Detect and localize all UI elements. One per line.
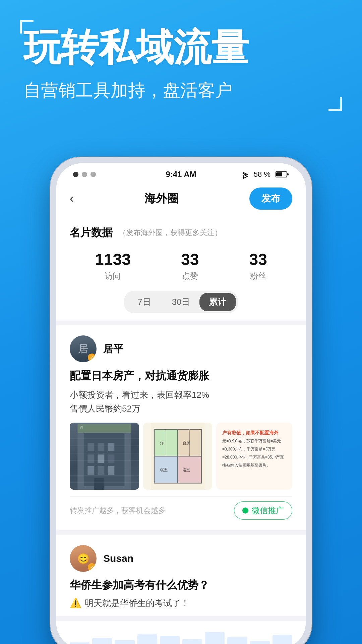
likes-label: 点赞 [181, 271, 199, 281]
stat-fans: 33 粉丝 [249, 250, 267, 281]
svg-rect-8 [87, 454, 94, 463]
bar-7 [205, 632, 225, 644]
bar-5 [160, 636, 180, 644]
visits-label: 访问 [95, 271, 131, 281]
sub-title: 自营销工具加持，盘活客户 [23, 78, 339, 103]
stat-visits: 1133 访问 [95, 250, 131, 281]
bar-4 [137, 634, 157, 644]
visits-number: 1133 [95, 250, 131, 269]
tab-30days[interactable]: 30日 [163, 293, 199, 311]
bluetooth-icon [242, 170, 249, 179]
stats-numbers: 1133 访问 33 点赞 33 粉丝 [70, 250, 292, 281]
stats-hint: （发布海外圈，获得更多关注） [119, 228, 222, 238]
status-dot-3 [90, 172, 96, 177]
svg-rect-12 [98, 466, 104, 475]
svg-rect-3 [77, 423, 131, 490]
svg-rect-14 [94, 478, 104, 490]
stats-card: 名片数据 （发布海外圈，获得更多关注） 1133 访问 33 点赞 [56, 215, 306, 320]
phone-frame: 9:41 AM 58 % ‹ 海 [50, 157, 312, 644]
warning-icon: ⚠️ [70, 597, 81, 608]
author1-name: 居平 [103, 342, 123, 356]
post2-desc-text: 明天就是华侨生的考试了！ [85, 597, 189, 609]
fans-number: 33 [249, 250, 267, 269]
bar-2 [92, 638, 112, 644]
svg-rect-11 [87, 466, 94, 475]
post1-img-text: 户有彩值，如果不配置海外 元=0.9户布，苏联千万富翁=美元=3,300户布，千… [216, 423, 292, 490]
publish-button[interactable]: 发布 [249, 187, 292, 210]
author2-name: Susan [103, 553, 133, 564]
post1-img-building: 自 [70, 423, 139, 490]
tab-cumulative[interactable]: 累计 [199, 293, 236, 311]
bar-6 [182, 639, 202, 644]
svg-rect-13 [108, 466, 114, 475]
stats-header: 名片数据 （发布海外圈，获得更多关注） [70, 225, 292, 240]
wechat-promote-button[interactable]: 微信推广 [234, 501, 292, 520]
bar-9 [250, 641, 270, 644]
svg-rect-4 [84, 433, 124, 486]
post1-desc-line2: 售價人民幣約52万 [70, 404, 140, 414]
status-dot-1 [73, 172, 78, 177]
verified-badge-1: ✓ [88, 354, 96, 362]
svg-rect-2 [276, 172, 282, 176]
svg-rect-5 [87, 443, 94, 451]
svg-rect-6 [98, 443, 104, 451]
post1-promote-row: 转发推广越多，获客机会越多 微信推广 [70, 496, 292, 520]
post1-images: 自 [70, 423, 292, 490]
bar-3 [115, 640, 134, 644]
post2-author-row: 😊 ✓ Susan [70, 545, 292, 572]
post1-author-row: 居 ✓ 居平 [70, 335, 292, 362]
svg-text:寝室: 寝室 [160, 468, 168, 472]
phone-screen: 9:41 AM 58 % ‹ 海 [56, 163, 306, 644]
phone-content: 名片数据 （发布海外圈，获得更多关注） 1133 访问 33 点赞 [56, 215, 306, 644]
svg-rect-10 [108, 454, 114, 463]
likes-number: 33 [181, 250, 199, 269]
status-right: 58 % [242, 170, 289, 179]
post1-desc: 小额投资者，看过来，表回報率12% 售價人民幣約52万 [70, 388, 292, 416]
phone-mockup: 9:41 AM 58 % ‹ 海 [50, 157, 312, 644]
nav-bar: ‹ 海外圈 发布 [56, 182, 306, 215]
post1-desc-line1: 小额投资者，看过来，表回報率12% [70, 390, 209, 400]
author1-avatar: 居 ✓ [70, 335, 97, 362]
wechat-dot [242, 507, 248, 514]
stats-title: 名片数据 [70, 225, 113, 240]
svg-rect-7 [108, 443, 114, 451]
time-tabs: 7日 30日 累计 [124, 291, 238, 313]
bar-10 [273, 635, 292, 644]
chart-bars [70, 628, 292, 644]
status-left [73, 172, 96, 177]
svg-rect-15 [77, 424, 131, 433]
status-time: 9:41 AM [166, 170, 196, 179]
wechat-btn-label: 微信推广 [252, 505, 284, 516]
status-bar: 9:41 AM 58 % [56, 163, 306, 182]
fans-label: 粉丝 [249, 271, 267, 281]
post2-title[interactable]: 华侨生参加高考有什么优势？ [70, 578, 292, 593]
stat-likes: 33 点赞 [181, 250, 199, 281]
post2-desc: ⚠️ 明天就是华侨生的考试了！ [70, 597, 292, 609]
svg-text:洋: 洋 [160, 441, 164, 445]
bar-8 [227, 637, 247, 644]
verified-badge-2: ✓ [88, 563, 96, 571]
bar-1 [70, 642, 89, 644]
tab-7days[interactable]: 7日 [126, 293, 163, 311]
status-dot-2 [82, 172, 87, 177]
nav-title: 海外圈 [144, 191, 179, 206]
battery-icon [276, 171, 289, 178]
hero-section: 玩转私域流量 自营销工具加持，盘活客户 [0, 0, 362, 116]
svg-rect-9 [98, 454, 104, 463]
chart-area [56, 621, 306, 644]
promote-hint: 转发推广越多，获客机会越多 [70, 505, 166, 516]
main-title: 玩转私域流量 [23, 27, 339, 68]
svg-rect-1 [287, 173, 289, 175]
author2-avatar: 😊 ✓ [70, 545, 97, 572]
svg-text:自: 自 [80, 426, 83, 429]
post1-title[interactable]: 配置日本房产，对抗通货膨胀 [70, 368, 292, 383]
svg-text:台所: 台所 [183, 441, 190, 445]
back-button[interactable]: ‹ [70, 192, 74, 206]
post1-img-floorplan: 洋 台所 寝室 浴室 [143, 423, 213, 490]
battery-text: 58 % [254, 170, 270, 179]
post-card-2: 😊 ✓ Susan 华侨生参加高考有什么优势？ ⚠️ 明天就是华侨生的考试了！ [56, 535, 306, 616]
svg-text:浴室: 浴室 [183, 468, 190, 472]
post-card-1: 居 ✓ 居平 配置日本房产，对抗通货膨胀 小额投资者，看过来，表回報率12% 售… [56, 325, 306, 530]
